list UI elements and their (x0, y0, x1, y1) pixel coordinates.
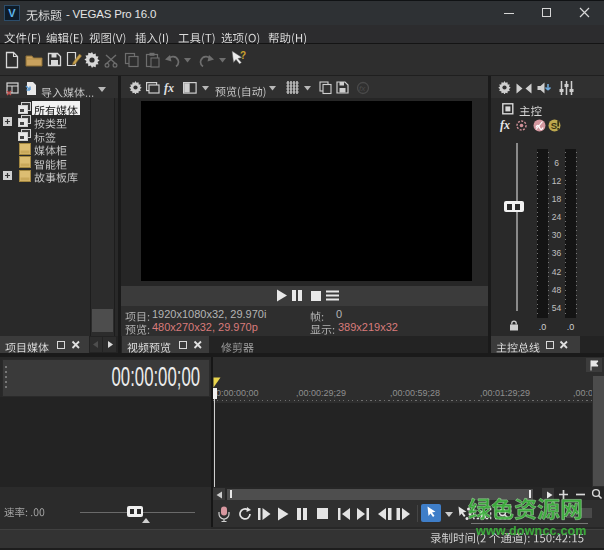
svg-text:S: S (551, 120, 557, 131)
svg-text:?: ? (240, 50, 246, 61)
svg-text:fx: fx (359, 84, 366, 93)
